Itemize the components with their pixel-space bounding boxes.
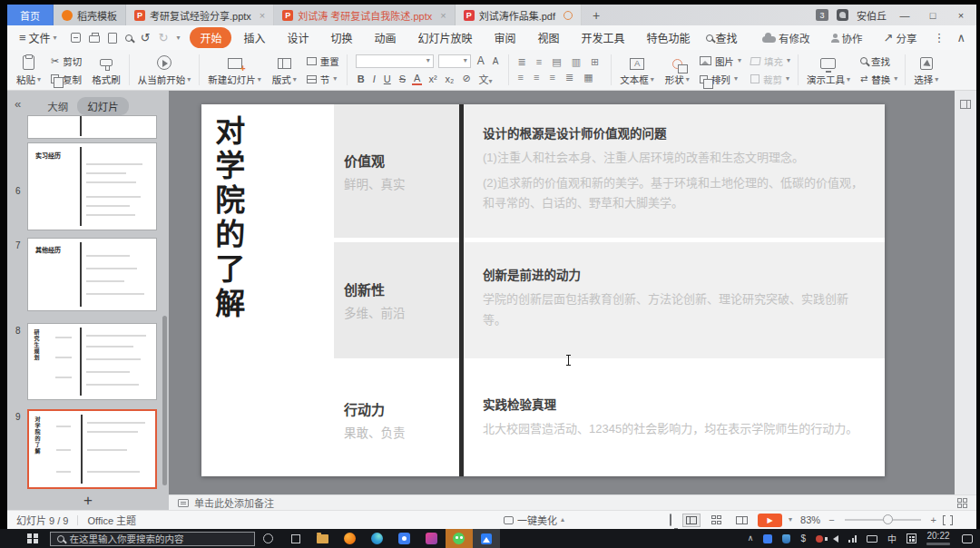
text-effects-button[interactable]: 文▾ (477, 72, 495, 86)
normal-view-button[interactable] (682, 514, 701, 527)
copy-button[interactable]: 复制 (51, 73, 82, 86)
cloud-sync-button[interactable]: 有修改 (758, 31, 815, 45)
tray-app-icon[interactable] (763, 534, 772, 543)
find-button[interactable]: 查找 (860, 54, 897, 68)
menu-tab-design[interactable]: 设计 (277, 27, 318, 48)
replace-button[interactable]: ⇄ 替换 ▾ (860, 73, 897, 86)
fullscreen-button[interactable] (943, 515, 953, 525)
menu-tab-insert[interactable]: 插入 (233, 27, 275, 48)
tab-close-icon[interactable]: × (440, 10, 446, 21)
reading-view-button[interactable] (732, 514, 751, 527)
row-content-block[interactable]: 实践检验真理 北大校园营造活动、12345的社会影响力，均在表示学院师生的行动力… (464, 363, 885, 476)
row-label-block[interactable]: 创新性 多维、前沿 (334, 242, 459, 358)
textbox-button[interactable]: 文本框▾ (614, 51, 660, 89)
meeting-app-button[interactable] (391, 529, 418, 548)
format-painter-button[interactable]: 格式刷 (86, 51, 126, 89)
editing-canvas[interactable]: 对学院的了解 价值观 鲜明、真实 设计的根源是设计师价值观的问题 (1)注重人和… (169, 91, 955, 494)
strikethrough-button[interactable]: S (397, 73, 407, 84)
ime-icon[interactable] (906, 533, 916, 543)
clear-format-button[interactable]: ⊘ (460, 73, 472, 84)
italic-button[interactable]: I (371, 73, 377, 84)
slide-thumbnail-8[interactable]: 8 研究生规划 (7, 323, 169, 400)
menu-tab-view[interactable]: 视图 (528, 27, 570, 48)
user-avatar[interactable] (837, 9, 848, 21)
slideshow-play-button[interactable]: ▶ (758, 514, 782, 527)
tab-close-icon[interactable]: × (260, 10, 265, 21)
play-options-caret-icon[interactable]: ▾ (789, 516, 792, 524)
fill-button-disabled[interactable]: 填充 ▾ (750, 54, 790, 68)
menu-tab-animation[interactable]: 动画 (365, 27, 407, 48)
print-icon[interactable] (89, 35, 100, 43)
presentation-tools-button[interactable]: 演示工具▾ (801, 51, 856, 89)
menu-find-button[interactable]: 查找 (701, 30, 742, 45)
menu-tab-developer[interactable]: 开发工具 (572, 27, 635, 48)
touch-keyboard-icon[interactable] (867, 535, 877, 543)
picture-button[interactable]: 图片 ▾ (700, 54, 741, 68)
undo-icon[interactable]: ↺ (141, 32, 151, 44)
message-count-badge[interactable]: 3 (816, 9, 828, 21)
slide-thumbnail-9-selected[interactable]: 9 对学院的了解 (7, 409, 169, 489)
tray-status-icon[interactable] (816, 535, 823, 543)
tab-slides[interactable]: 幻灯片 (77, 97, 129, 115)
shapes-button[interactable]: 形状▾ (660, 51, 695, 89)
section-button[interactable]: 节 ▾ (307, 73, 339, 86)
slide-sorter-button[interactable] (708, 513, 725, 527)
row-content-block[interactable]: 设计的根源是设计师价值观的问题 (1)注重人和社会本身、注重人居环境的改善和生态… (464, 104, 885, 238)
maximize-button[interactable]: □ (923, 5, 943, 25)
zoom-in-button[interactable]: + (931, 515, 936, 525)
bluetooth-icon[interactable]: $ (800, 533, 806, 543)
panel-toggle-icon[interactable] (960, 100, 971, 109)
volume-icon[interactable] (833, 535, 838, 543)
media-app-button[interactable] (418, 529, 446, 548)
paragraph-icons-row1[interactable]: ≣ ≡ ▤ ▥ ⊞ (517, 56, 603, 68)
defender-shield-icon[interactable] (782, 534, 790, 543)
cortana-button[interactable] (255, 529, 282, 548)
collapse-ribbon-icon[interactable]: ∧ (956, 32, 965, 44)
toolbar-caret-icon[interactable]: ▾ (176, 34, 180, 42)
row-label-block[interactable]: 行动力 果敢、负责 (334, 363, 459, 476)
edge-button[interactable] (364, 529, 391, 548)
main-menu-button[interactable]: ≡ 文件 ▾ (15, 30, 62, 45)
row-content-block[interactable]: 创新是前进的动力 学院的创新层面包括教育创新、方法论创新、理论研究突破、实践创新… (464, 242, 885, 358)
wechat-button-active[interactable] (446, 529, 473, 548)
menu-tab-transition[interactable]: 切换 (321, 27, 363, 48)
zoom-level[interactable]: 83% (800, 514, 820, 525)
close-button[interactable]: × (951, 5, 971, 25)
slide-title-vertical[interactable]: 对学院的了解 (211, 115, 243, 322)
user-name[interactable]: 安伯丘 (857, 8, 887, 23)
start-button[interactable] (27, 533, 38, 544)
slide-canvas[interactable]: 对学院的了解 价值观 鲜明、真实 设计的根源是设计师价值观的问题 (1)注重人和… (201, 104, 885, 476)
more-menu-icon[interactable]: ⋮ (933, 32, 945, 44)
superscript-button[interactable]: x² (426, 73, 438, 84)
grid-view-icon[interactable] (957, 498, 967, 508)
increase-font-button[interactable]: A (475, 54, 486, 67)
menu-tab-special[interactable]: 特色功能 (637, 27, 701, 48)
tray-expand-icon[interactable]: ∧ (748, 534, 754, 543)
new-slide-button[interactable]: 新建幻灯片▾ (202, 51, 267, 89)
notes-bar[interactable]: 单击此处添加备注 (169, 494, 976, 510)
beautify-button[interactable]: 一键美化 ▴ (504, 513, 564, 527)
slide-thumbnail-7[interactable]: 7 其他经历 (7, 238, 169, 311)
font-color-button[interactable]: A (412, 73, 422, 85)
add-slide-button[interactable]: + (83, 493, 93, 508)
zoom-out-button[interactable]: − (828, 515, 834, 525)
paragraph-icons-row2[interactable]: ≡ ≡ ≡ ≣ ▦ (517, 72, 603, 83)
font-size-combo[interactable]: ▾ (438, 54, 471, 68)
task-view-button[interactable] (282, 529, 309, 548)
ime-mode-indicator[interactable]: 中 (887, 532, 897, 545)
cut-button[interactable]: ✂ 剪切 (51, 54, 82, 68)
action-center-icon[interactable] (962, 534, 973, 543)
layout-button[interactable]: 版式▾ (267, 51, 302, 89)
menu-tab-slideshow[interactable]: 幻灯片放映 (408, 27, 483, 48)
paste-button[interactable]: 粘贴▾ (11, 51, 46, 89)
taskbar-clock[interactable]: 20:22 (926, 532, 950, 545)
tab-home[interactable]: 首页 (7, 5, 54, 25)
menu-tab-review[interactable]: 审阅 (485, 27, 526, 48)
subscript-button[interactable]: x₂ (444, 73, 456, 84)
tab-document-pptx-1[interactable]: P 考研复试经验分享.pptx × (126, 5, 274, 25)
tab-document-pdf[interactable]: P 刘试涛作品集.pdf (456, 5, 582, 25)
font-name-combo[interactable]: ▾ (356, 54, 434, 68)
tab-docer-templates[interactable]: 稻壳模板 (54, 5, 126, 25)
slide-thumbnail-partial[interactable] (7, 115, 169, 139)
export-icon[interactable] (108, 33, 117, 44)
